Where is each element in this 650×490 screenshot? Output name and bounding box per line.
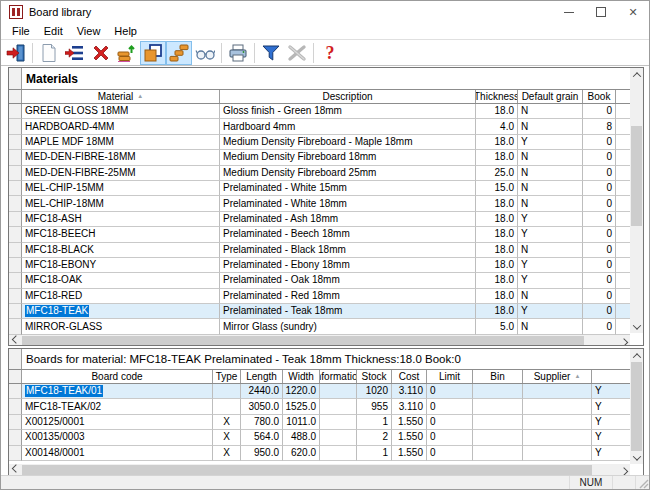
column-header-type[interactable]: Type xyxy=(213,370,241,383)
scroll-right-arrow[interactable] xyxy=(617,335,630,345)
row-selector[interactable] xyxy=(9,227,22,242)
scroll-thumb[interactable] xyxy=(631,362,642,451)
menu-help[interactable]: Help xyxy=(107,24,144,38)
eyeglasses-icon xyxy=(195,43,215,63)
column-header-default-grain[interactable]: Default grain xyxy=(518,90,583,103)
table-row[interactable]: MED-DEN-FIBRE-25MMMedium Density Fibrebo… xyxy=(9,166,630,181)
table-row[interactable]: MFC18-TEAK/012440.01220.010203.1100Y xyxy=(9,384,630,399)
scroll-track[interactable] xyxy=(630,81,643,320)
minimize-button[interactable] xyxy=(553,1,585,23)
filter-button[interactable] xyxy=(258,41,284,65)
row-selector[interactable] xyxy=(9,135,22,150)
table-row[interactable]: GREEN GLOSS 18MMGloss finish - Green 18m… xyxy=(9,104,630,119)
cell-extra: Y xyxy=(592,399,630,414)
row-selector[interactable] xyxy=(9,319,22,334)
chevron-up-icon xyxy=(632,72,640,80)
row-selector[interactable] xyxy=(9,119,22,134)
column-header-bin[interactable]: Bin xyxy=(473,370,523,383)
column-header-cost[interactable]: Cost xyxy=(392,370,427,383)
materials-vertical-scrollbar[interactable] xyxy=(630,68,643,345)
scroll-up-arrow[interactable] xyxy=(630,349,643,362)
table-row[interactable]: MFC18-ASHPrelaminated - Ash 18mm18.0Y0 xyxy=(9,212,630,227)
column-header-supplier[interactable]: Supplier▲ xyxy=(523,370,592,383)
scroll-thumb[interactable] xyxy=(22,465,592,475)
table-row[interactable]: MFC18-TEAK/023050.01525.09553.1100Y xyxy=(9,399,630,414)
row-selector[interactable] xyxy=(9,166,22,181)
view-button[interactable] xyxy=(192,41,218,65)
scroll-down-arrow[interactable] xyxy=(630,451,643,464)
table-row[interactable]: X00148/0001X950.0620.011.5500Y xyxy=(9,446,630,461)
title-bar[interactable]: Board library ✕ xyxy=(1,1,649,23)
table-row[interactable]: X00135/0003X564.0488.021.5500Y xyxy=(9,430,630,445)
scroll-left-arrow[interactable] xyxy=(9,335,22,345)
delete-button[interactable] xyxy=(88,41,114,65)
scroll-up-arrow[interactable] xyxy=(630,68,643,81)
scroll-thumb[interactable] xyxy=(22,336,584,345)
row-selector[interactable] xyxy=(9,384,22,399)
help-button[interactable]: ? xyxy=(317,41,343,65)
cell-description: Prelaminated - White 18mm xyxy=(220,196,476,211)
column-header-material[interactable]: Material▲ xyxy=(22,90,220,103)
close-button[interactable]: ✕ xyxy=(617,1,649,23)
cell-information xyxy=(320,399,357,414)
table-row[interactable]: MFC18-BEECHPrelaminated - Beech 18mm18.0… xyxy=(9,227,630,242)
column-header-width[interactable]: Width xyxy=(283,370,320,383)
maximize-button[interactable] xyxy=(585,1,617,23)
row-selector[interactable] xyxy=(9,150,22,165)
row-selector[interactable] xyxy=(9,273,22,288)
table-row[interactable]: MEL-CHIP-18MMPrelaminated - White 18mm18… xyxy=(9,196,630,211)
row-selector[interactable] xyxy=(9,196,22,211)
table-row[interactable]: MAPLE MDF 18MMMedium Density Fibreboard … xyxy=(9,135,630,150)
table-row[interactable]: HARDBOARD-4MMHardboard 4mm4.0N8 xyxy=(9,119,630,134)
copy-board-button[interactable] xyxy=(140,41,166,65)
scroll-down-arrow[interactable] xyxy=(630,320,643,333)
stock-update-button[interactable] xyxy=(114,41,140,65)
boards-vertical-scrollbar[interactable] xyxy=(630,349,643,476)
row-selector[interactable] xyxy=(9,104,22,119)
resize-grip[interactable] xyxy=(636,476,649,489)
table-row[interactable]: MFC18-REDPrelaminated - Red 18mm18.0N0 xyxy=(9,289,630,304)
row-selector[interactable] xyxy=(9,289,22,304)
column-header-limit[interactable]: Limit xyxy=(427,370,473,383)
cell-grain: Y xyxy=(518,258,583,273)
table-row[interactable]: MFC18-EBONYPrelaminated - Ebony 18mm18.0… xyxy=(9,258,630,273)
table-row[interactable]: MEL-CHIP-15MMPrelaminated - White 15mm15… xyxy=(9,181,630,196)
table-row[interactable]: MIRROR-GLASSMirror Glass (sundry)5.0N0 xyxy=(9,319,630,334)
row-selector[interactable] xyxy=(9,181,22,196)
table-row[interactable]: X00125/0001X780.01011.011.5500Y xyxy=(9,415,630,430)
table-row[interactable]: MFC18-TEAKPrelaminated - Teak 18mm18.0Y0 xyxy=(9,304,630,319)
column-header-length[interactable]: Length xyxy=(241,370,283,383)
column-header-board-code[interactable]: Board code xyxy=(22,370,213,383)
row-selector[interactable] xyxy=(9,446,22,461)
menu-edit[interactable]: Edit xyxy=(37,24,70,38)
column-header-thickness[interactable]: Thickness xyxy=(476,90,518,103)
scroll-track[interactable] xyxy=(22,335,617,345)
row-selector[interactable] xyxy=(9,243,22,258)
scroll-thumb[interactable] xyxy=(631,126,642,226)
column-header-book[interactable]: Book xyxy=(583,90,616,103)
scroll-track[interactable] xyxy=(630,362,643,451)
row-selector[interactable] xyxy=(9,304,22,319)
print-button[interactable] xyxy=(225,41,251,65)
menu-bar: File Edit View Help xyxy=(1,23,649,40)
new-button[interactable] xyxy=(36,41,62,65)
menu-file[interactable]: File xyxy=(5,24,37,38)
menu-view[interactable]: View xyxy=(70,24,108,38)
materials-horizontal-scrollbar[interactable] xyxy=(9,335,630,345)
row-selector[interactable] xyxy=(9,430,22,445)
close-icon: ✕ xyxy=(628,7,637,18)
table-row[interactable]: MFC18-BLACKPrelaminated - Black 18mm18.0… xyxy=(9,243,630,258)
insert-button[interactable] xyxy=(62,41,88,65)
column-header-information[interactable]: Information xyxy=(320,370,357,383)
exit-button[interactable] xyxy=(3,41,29,65)
row-selector[interactable] xyxy=(9,212,22,227)
column-header-stock[interactable]: Stock xyxy=(357,370,392,383)
cell-description: Mirror Glass (sundry) xyxy=(220,319,476,334)
column-header-description[interactable]: Description xyxy=(220,90,476,103)
board-steps-button[interactable] xyxy=(166,41,192,65)
row-selector[interactable] xyxy=(9,399,22,414)
table-row[interactable]: MFC18-OAKPrelaminated - Oak 18mm18.0Y0 xyxy=(9,273,630,288)
table-row[interactable]: MED-DEN-FIBRE-18MMMedium Density Fibrebo… xyxy=(9,150,630,165)
row-selector[interactable] xyxy=(9,258,22,273)
row-selector[interactable] xyxy=(9,415,22,430)
